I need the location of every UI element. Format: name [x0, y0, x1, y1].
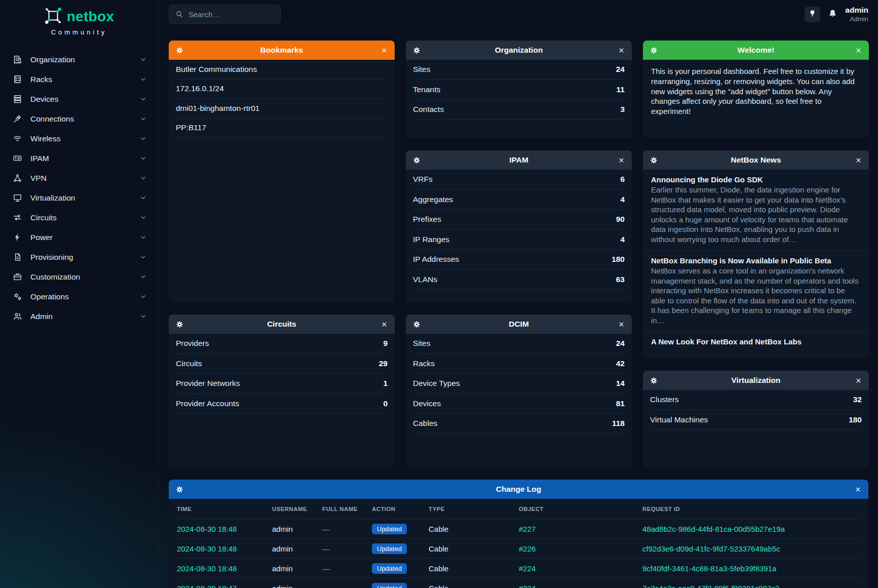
widget-title: Circuits: [184, 320, 379, 329]
stat-label: Circuits: [176, 359, 202, 368]
sidebar-item-vpn[interactable]: VPN: [0, 168, 158, 188]
notifications-button[interactable]: [828, 9, 837, 20]
sidebar-item-circuits[interactable]: Circuits: [0, 208, 158, 227]
close-icon[interactable]: [854, 155, 863, 165]
theme-toggle-button[interactable]: [805, 7, 820, 22]
news-headline[interactable]: NetBox Branching is Now Available in Pub…: [651, 256, 861, 265]
gear-icon[interactable]: [649, 155, 658, 165]
gear-icon[interactable]: [412, 320, 421, 329]
chevron-down-icon: [139, 233, 147, 241]
news-headline[interactable]: Announcing the Diode Go SDK: [651, 175, 861, 184]
stat-row[interactable]: Tenants 11: [413, 80, 625, 100]
gear-icon[interactable]: [175, 320, 184, 329]
stat-row[interactable]: Aggregates 4: [413, 190, 625, 210]
stat-row[interactable]: Providers 9: [176, 334, 388, 354]
time-link[interactable]: 2024-08-30 18:48: [177, 564, 272, 573]
news-headline[interactable]: A New Look For NetBox and NetBox Labs: [651, 337, 861, 346]
gear-icon[interactable]: [412, 155, 421, 165]
request-id-link[interactable]: 48ad8b2c-986d-44fd-81ca-00d55b27e19a: [642, 525, 860, 533]
object-link[interactable]: #227: [519, 525, 642, 533]
global-search[interactable]: [169, 5, 281, 24]
column-header-request-id: REQUEST ID: [642, 506, 860, 512]
stat-row[interactable]: Provider Accounts 0: [176, 394, 388, 414]
close-icon[interactable]: [853, 485, 862, 494]
chevron-down-icon: [139, 214, 147, 221]
building-icon: [13, 55, 22, 64]
stat-row[interactable]: Contacts 3: [413, 100, 625, 120]
bookmark-link[interactable]: 172.16.0.1/24: [176, 80, 388, 99]
widget-title: NetBox News: [658, 155, 854, 165]
close-icon[interactable]: [854, 376, 863, 385]
user-menu[interactable]: admin Admin: [845, 6, 868, 23]
news-item[interactable]: NetBox Branching is Now Available in Pub…: [643, 251, 869, 332]
dashboard-column-2: Organization Sites 24 Tenants 11 Cont: [406, 41, 632, 468]
sidebar-item-connections[interactable]: Connections: [0, 109, 158, 129]
sidebar-item-admin[interactable]: Admin: [0, 306, 158, 326]
sidebar-item-virtualization[interactable]: Virtualization: [0, 188, 158, 208]
sidebar-item-provisioning[interactable]: Provisioning: [0, 247, 158, 267]
sidebar-item-power[interactable]: Power: [0, 227, 158, 247]
sidebar-item-organization[interactable]: Organization: [0, 50, 158, 69]
netbox-app: netbox Community Organization Racks Devi…: [0, 0, 878, 588]
stat-row[interactable]: Prefixes 90: [413, 210, 625, 230]
stat-row[interactable]: Device Types 14: [413, 374, 625, 394]
close-icon[interactable]: [617, 320, 626, 329]
object-link[interactable]: #226: [519, 544, 642, 553]
stat-row[interactable]: IP Addresses 180: [413, 250, 625, 270]
stat-row[interactable]: Sites 24: [413, 334, 625, 354]
stat-value: 6: [620, 175, 625, 184]
stat-label: IP Addresses: [413, 255, 459, 264]
gear-icon[interactable]: [175, 485, 184, 494]
sidebar-item-ipam[interactable]: IPAM: [0, 148, 158, 168]
chevron-down-icon: [139, 174, 147, 182]
object-link[interactable]: #224: [519, 584, 642, 588]
stat-row[interactable]: IP Ranges 4: [413, 230, 625, 250]
bookmark-link[interactable]: PP:B117: [176, 119, 388, 138]
dcim-widget: DCIM Sites 24 Racks 42 Device Types: [406, 315, 632, 468]
chevron-down-icon: [139, 293, 147, 300]
bookmark-link[interactable]: Butler Communications: [176, 60, 388, 80]
sidebar-item-racks[interactable]: Racks: [0, 69, 158, 89]
close-icon[interactable]: [617, 155, 626, 165]
time-link[interactable]: 2024-08-30 18:48: [177, 544, 272, 553]
stat-row[interactable]: VLANs 63: [413, 270, 625, 290]
gear-icon[interactable]: [412, 46, 421, 55]
gear-icon[interactable]: [649, 376, 658, 385]
stat-row[interactable]: Provider Networks 1: [176, 374, 388, 394]
brand[interactable]: netbox Community: [0, 7, 158, 36]
news-item[interactable]: A New Look For NetBox and NetBox Labs: [643, 332, 869, 353]
stat-row[interactable]: Sites 24: [413, 60, 625, 80]
sidebar-item-wireless[interactable]: Wireless: [0, 129, 158, 148]
request-id-link[interactable]: 7a3c4a2c-aac0-47f2-99f6-f89391c997c2: [642, 584, 860, 588]
sidebar-item-customization[interactable]: Customization: [0, 267, 158, 287]
request-id-link[interactable]: cf92d3e6-d09d-41fc-9fd7-52337649ab5c: [642, 544, 860, 553]
chevron-down-icon: [139, 56, 147, 63]
time-link[interactable]: 2024-08-30 18:48: [177, 525, 272, 533]
gear-icon[interactable]: [649, 46, 658, 55]
search-input[interactable]: [188, 10, 274, 19]
close-icon[interactable]: [854, 46, 863, 55]
object-link[interactable]: #224: [519, 564, 642, 573]
request-id-link[interactable]: 9cf40fdf-3461-4c88-81a3-5feb39f8391a: [642, 564, 860, 573]
sidebar-item-label: Organization: [30, 55, 139, 64]
close-icon[interactable]: [379, 46, 389, 55]
sidebar-item-devices[interactable]: Devices: [0, 89, 158, 109]
news-item[interactable]: Announcing the Diode Go SDK Earlier this…: [643, 170, 869, 251]
close-icon[interactable]: [617, 46, 626, 55]
close-icon[interactable]: [379, 320, 389, 329]
username-cell: admin: [272, 584, 322, 588]
stat-row[interactable]: Clusters 32: [650, 390, 862, 410]
gear-icon[interactable]: [175, 46, 184, 55]
stat-value: 42: [616, 359, 625, 368]
bookmark-link[interactable]: dmi01-binghamton-rtr01: [176, 99, 388, 119]
stat-row[interactable]: Devices 81: [413, 394, 625, 414]
stat-label: Virtual Machines: [650, 415, 708, 424]
sidebar-item-operations[interactable]: Operations: [0, 287, 158, 306]
stat-row[interactable]: Virtual Machines 180: [650, 410, 862, 430]
stat-value: 29: [379, 359, 388, 368]
stat-row[interactable]: Racks 42: [413, 354, 625, 374]
stat-row[interactable]: Circuits 29: [176, 354, 388, 374]
stat-row[interactable]: VRFs 6: [413, 170, 625, 190]
time-link[interactable]: 2024-08-30 18:47: [177, 584, 272, 588]
stat-row[interactable]: Cables 118: [413, 414, 625, 434]
